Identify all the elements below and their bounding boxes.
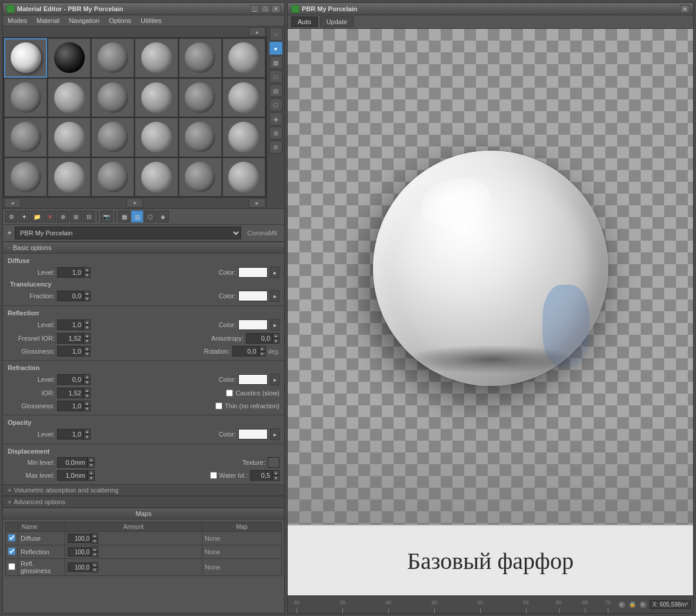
thumbnail-4[interactable] xyxy=(135,38,178,78)
preview-close-button[interactable]: ✕ xyxy=(680,5,690,13)
map-refl-gloss-down[interactable]: ▼ xyxy=(91,567,98,572)
close-button-editor[interactable]: ✕ xyxy=(271,5,281,13)
ref-gloss-up[interactable]: ▲ xyxy=(84,346,91,351)
refraction-glossiness-input[interactable] xyxy=(57,401,84,411)
thumbnail-13[interactable] xyxy=(4,118,47,157)
icon-grid[interactable]: ▦ xyxy=(269,56,282,69)
max-level-down[interactable]: ▼ xyxy=(88,475,95,481)
thumbnail-21[interactable] xyxy=(91,158,134,197)
thumbnail-1[interactable] xyxy=(4,38,47,78)
opacity-color-picker[interactable]: ▸ xyxy=(270,428,279,440)
maps-section-header[interactable]: Maps xyxy=(3,508,284,520)
refraction-gloss-down[interactable]: ▼ xyxy=(84,406,91,411)
icon-material[interactable]: ◈ xyxy=(269,112,282,125)
tool-select[interactable]: ⚙ xyxy=(5,211,17,222)
diffuse-color-swatch[interactable] xyxy=(238,267,268,278)
thumbnail-24[interactable] xyxy=(222,158,265,197)
diffuse-level-up[interactable]: ▲ xyxy=(84,267,91,272)
fraction-up[interactable]: ▲ xyxy=(84,291,91,296)
scroll-up-button[interactable]: ▲ xyxy=(249,27,265,36)
map-diffuse-amount-up[interactable]: ▲ xyxy=(91,533,98,538)
rotation-down[interactable]: ▼ xyxy=(259,351,266,357)
map-reflection-amount-down[interactable]: ▼ xyxy=(91,552,98,557)
ior-up[interactable]: ▲ xyxy=(84,388,91,393)
thumbnail-19[interactable] xyxy=(4,158,47,197)
thumbnail-15[interactable] xyxy=(91,118,134,157)
tool-paste[interactable]: ⊞ xyxy=(70,211,82,222)
rotation-up[interactable]: ▲ xyxy=(259,346,266,351)
map-reflection-checkbox[interactable] xyxy=(8,548,15,555)
fraction-input[interactable] xyxy=(57,291,84,301)
thumbnail-20[interactable] xyxy=(48,158,91,197)
tool-move[interactable]: ✦ xyxy=(18,211,30,222)
translucency-color-picker[interactable]: ▸ xyxy=(270,290,279,302)
ref-glossiness-input[interactable] xyxy=(57,346,84,357)
ior-down[interactable]: ▼ xyxy=(84,393,91,398)
thumbnail-6[interactable] xyxy=(222,38,265,78)
min-level-down[interactable]: ▼ xyxy=(88,462,95,468)
reflection-level-down[interactable]: ▼ xyxy=(84,325,91,330)
thumbnail-10[interactable] xyxy=(135,78,178,118)
tool-shader[interactable]: ▥ xyxy=(131,211,143,222)
icon-color[interactable]: ▤ xyxy=(269,84,282,97)
update-button[interactable]: Update xyxy=(320,16,354,27)
rotation-input[interactable] xyxy=(232,346,259,357)
opacity-down[interactable]: ▼ xyxy=(84,434,91,439)
min-level-input[interactable] xyxy=(57,457,88,468)
caustics-checkbox[interactable] xyxy=(226,389,233,397)
opacity-level-input[interactable] xyxy=(57,429,84,439)
thumbnail-16[interactable] xyxy=(135,118,178,157)
refraction-level-up[interactable]: ▲ xyxy=(84,374,91,379)
reflection-level-up[interactable]: ▲ xyxy=(84,319,91,325)
icon-sphere[interactable]: ○ xyxy=(269,28,282,41)
menu-navigation[interactable]: Navigation xyxy=(66,16,102,25)
map-reflection-amount-up[interactable]: ▲ xyxy=(91,547,98,552)
thumbnail-14[interactable] xyxy=(48,118,91,157)
ref-gloss-down[interactable]: ▼ xyxy=(84,351,91,357)
icon-scene[interactable]: ⊞ xyxy=(269,126,282,139)
diffuse-level-down[interactable]: ▼ xyxy=(84,272,91,278)
thumbnail-2[interactable] xyxy=(48,38,91,78)
menu-utilities[interactable]: Utilities xyxy=(138,16,164,25)
diffuse-level-input[interactable] xyxy=(57,267,84,278)
minimize-button[interactable]: _ xyxy=(250,5,259,13)
ior-input[interactable] xyxy=(57,388,84,398)
tool-remove[interactable]: ✕ xyxy=(44,211,56,222)
reflection-color-swatch[interactable] xyxy=(238,319,268,330)
tool-instance[interactable]: ⊟ xyxy=(83,211,95,222)
water-level-input[interactable] xyxy=(250,470,272,481)
fraction-down[interactable]: ▼ xyxy=(84,296,91,301)
fresnel-input[interactable] xyxy=(57,333,84,344)
diffuse-color-picker[interactable]: ▸ xyxy=(270,267,279,278)
map-refl-gloss-checkbox[interactable] xyxy=(8,563,15,570)
volumetric-header[interactable]: + Volumetric absorption and scattering xyxy=(3,484,284,496)
max-level-up[interactable]: ▲ xyxy=(88,470,95,475)
displacement-texture-swatch[interactable] xyxy=(268,457,279,468)
fresnel-down[interactable]: ▼ xyxy=(84,338,91,344)
icon-square[interactable]: □ xyxy=(269,70,282,83)
water-down[interactable]: ▼ xyxy=(272,475,279,481)
tool-delete[interactable]: 📁 xyxy=(31,211,43,222)
anisotropy-down[interactable]: ▼ xyxy=(272,338,279,344)
anisotropy-up[interactable]: ▲ xyxy=(272,333,279,338)
opacity-color-swatch[interactable] xyxy=(238,429,268,439)
tool-copy[interactable]: ⊕ xyxy=(57,211,69,222)
max-level-input[interactable] xyxy=(57,470,88,481)
refraction-color-picker[interactable]: ▸ xyxy=(270,374,279,385)
thumbnail-23[interactable] xyxy=(179,158,222,197)
tool-extra1[interactable]: ⬡ xyxy=(144,211,156,222)
thumbnail-11[interactable] xyxy=(179,78,222,118)
map-reflection-amount-input[interactable] xyxy=(68,547,91,557)
advanced-options-header[interactable]: + Advanced options xyxy=(3,496,284,508)
tool-extra2[interactable]: ◈ xyxy=(157,211,169,222)
thumbnail-7[interactable] xyxy=(4,78,47,118)
map-diffuse-checkbox[interactable] xyxy=(8,534,15,541)
anisotropy-input[interactable] xyxy=(246,333,272,344)
thumbnail-12[interactable] xyxy=(222,78,265,118)
thumbnail-9[interactable] xyxy=(91,78,134,118)
refraction-gloss-up[interactable]: ▲ xyxy=(84,401,91,406)
thin-checkbox[interactable] xyxy=(215,402,222,409)
water-checkbox[interactable] xyxy=(210,472,217,479)
translucency-color-swatch[interactable] xyxy=(238,291,268,301)
map-refl-gloss-amount-input[interactable] xyxy=(68,562,91,572)
